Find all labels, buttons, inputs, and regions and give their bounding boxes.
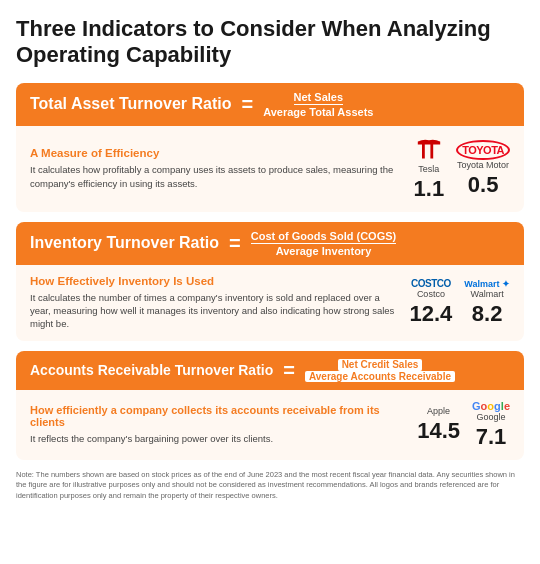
tesla-stat: Tesla 1.1 [414, 136, 445, 202]
google-stat: Google Google 7.1 [472, 400, 510, 450]
total-asset-numerator: Net Sales [294, 91, 344, 105]
inventory-header: Inventory Turnover Ratio = Cost of Goods… [16, 222, 524, 265]
inventory-subtitle: How Effectively Inventory Is Used [30, 275, 399, 287]
equals-sign-2: = [229, 232, 241, 255]
accounts-header: Accounts Receivable Turnover Ratio = Net… [16, 351, 524, 390]
total-asset-subtitle: A Measure of Efficiency [30, 147, 404, 159]
costco-stat: COSTCO Costco 12.4 [409, 278, 452, 327]
total-asset-fraction: Net Sales Average Total Assets [263, 91, 373, 118]
total-asset-header: Total Asset Turnover Ratio = Net Sales A… [16, 83, 524, 126]
total-asset-title: Total Asset Turnover Ratio [30, 95, 232, 113]
accounts-title: Accounts Receivable Turnover Ratio [30, 362, 273, 378]
disclaimer-note: Note: The numbers shown are based on sto… [16, 470, 524, 502]
page-title: Three Indicators to Consider When Analyz… [16, 16, 524, 69]
walmart-name: Walmart [471, 289, 504, 299]
total-asset-body: A Measure of Efficiency It calculates ho… [16, 126, 524, 212]
accounts-card: Accounts Receivable Turnover Ratio = Net… [16, 351, 524, 460]
google-value: 7.1 [476, 424, 507, 450]
google-name: Google [477, 412, 506, 422]
google-logo-area: Google Google [472, 400, 510, 422]
accounts-fraction: Net Credit Sales Average Accounts Receiv… [305, 359, 455, 382]
tesla-logo-area: Tesla [415, 136, 443, 174]
costco-logo-area: COSTCO Costco [411, 278, 451, 299]
walmart-logo-area: Walmart ✦ Walmart [464, 279, 510, 299]
costco-name: Costco [417, 289, 445, 299]
total-asset-companies: Tesla 1.1 TOYOTA Toyota Motor 0.5 [414, 136, 510, 202]
apple-name: Apple [427, 406, 450, 416]
inventory-companies: COSTCO Costco 12.4 Walmart ✦ Walmart 8.2 [409, 278, 510, 327]
accounts-numerator: Net Credit Sales [338, 359, 423, 371]
total-asset-desc: It calculates how profitably a company u… [30, 163, 404, 190]
toyota-logo-area: TOYOTA Toyota Motor [456, 140, 510, 170]
accounts-companies: Apple 14.5 Google Google 7.1 [417, 400, 510, 450]
equals-sign-3: = [283, 359, 295, 382]
apple-value: 14.5 [417, 418, 460, 444]
inventory-numerator: Cost of Goods Sold (COGS) [251, 230, 396, 244]
inventory-card: Inventory Turnover Ratio = Cost of Goods… [16, 222, 524, 341]
apple-logo-area: Apple [427, 406, 450, 416]
apple-stat: Apple 14.5 [417, 406, 460, 444]
inventory-body: How Effectively Inventory Is Used It cal… [16, 265, 524, 341]
inventory-fraction: Cost of Goods Sold (COGS) Average Invent… [251, 230, 396, 257]
accounts-subtitle: How efficiently a company collects its a… [30, 404, 407, 428]
inventory-desc: It calculates the number of times a comp… [30, 291, 399, 331]
toyota-logo: TOYOTA [456, 140, 510, 160]
inventory-left: How Effectively Inventory Is Used It cal… [30, 275, 399, 331]
accounts-left: How efficiently a company collects its a… [30, 404, 407, 445]
toyota-stat: TOYOTA Toyota Motor 0.5 [456, 140, 510, 198]
toyota-value: 0.5 [468, 172, 499, 198]
tesla-value: 1.1 [414, 176, 445, 202]
inventory-denominator: Average Inventory [276, 244, 372, 257]
google-logo: Google [472, 400, 510, 412]
walmart-value: 8.2 [472, 301, 503, 327]
costco-logo: COSTCO [411, 278, 451, 289]
accounts-body: How efficiently a company collects its a… [16, 390, 524, 460]
accounts-desc: It reflects the company's bargaining pow… [30, 432, 407, 445]
tesla-name: Tesla [418, 164, 439, 174]
total-asset-denominator: Average Total Assets [263, 105, 373, 118]
total-asset-left: A Measure of Efficiency It calculates ho… [30, 147, 404, 190]
accounts-denominator: Average Accounts Receivable [305, 371, 455, 382]
walmart-stat: Walmart ✦ Walmart 8.2 [464, 279, 510, 327]
toyota-name: Toyota Motor [457, 160, 509, 170]
walmart-logo: Walmart ✦ [464, 279, 510, 289]
total-asset-card: Total Asset Turnover Ratio = Net Sales A… [16, 83, 524, 212]
equals-sign-1: = [242, 93, 254, 116]
costco-value: 12.4 [409, 301, 452, 327]
tesla-logo [415, 136, 443, 164]
inventory-title: Inventory Turnover Ratio [30, 234, 219, 252]
